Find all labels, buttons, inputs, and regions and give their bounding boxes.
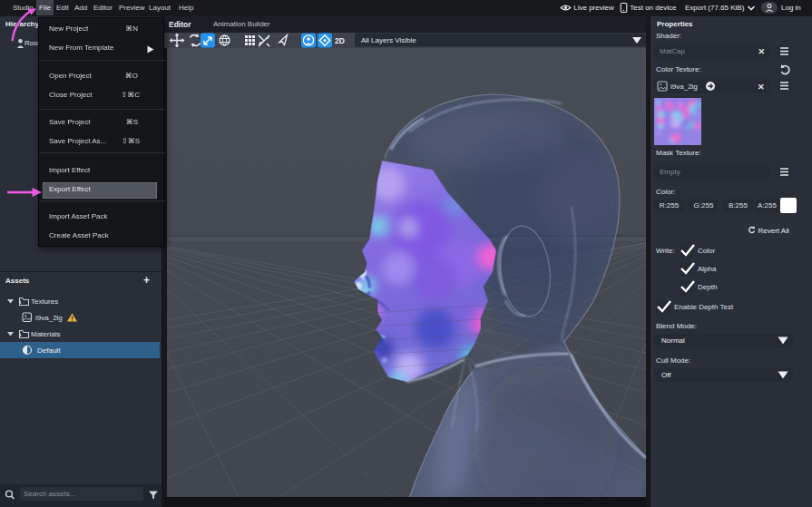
svg-text:Textures: Textures — [31, 297, 58, 306]
svg-text:Materials: Materials — [31, 330, 60, 338]
svg-text:✕: ✕ — [758, 83, 765, 92]
svg-text:2D: 2D — [335, 36, 345, 45]
svg-text:Default: Default — [37, 346, 61, 355]
svg-text:i9va_2ig: i9va_2ig — [670, 83, 698, 91]
svg-text:i9va_2ig: i9va_2ig — [35, 314, 63, 322]
svg-text:All Layers Visible: All Layers Visible — [361, 36, 416, 44]
